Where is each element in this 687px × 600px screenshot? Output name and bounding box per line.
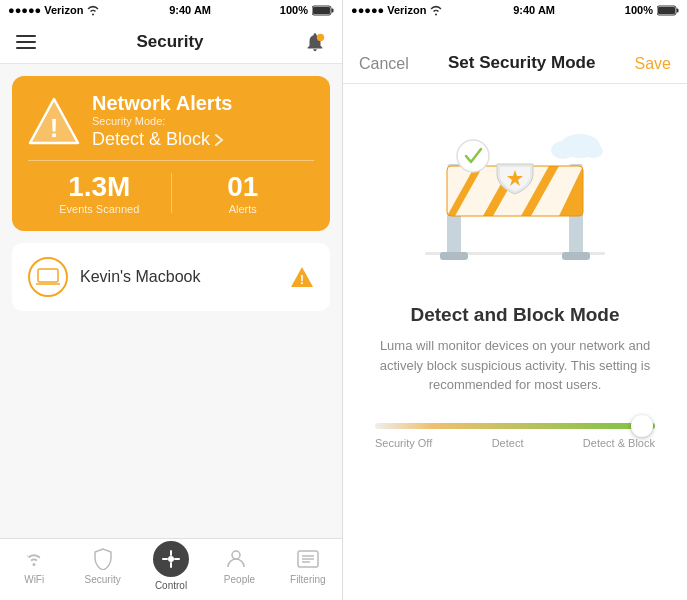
alert-mode-value[interactable]: Detect & Block <box>92 129 232 150</box>
content-area: ! Network Alerts Security Mode: Detect &… <box>0 64 342 538</box>
slider-label-block: Detect & Block <box>583 437 655 449</box>
device-name: Kevin's Macbook <box>80 268 278 286</box>
right-status-right: 100% <box>625 4 679 16</box>
alerts-value: 01 <box>172 171 315 203</box>
left-panel: ●●●●● Verizon 9:40 AM 100% Security <box>0 0 343 600</box>
slider-labels: Security Off Detect Detect & Block <box>375 437 655 449</box>
svg-point-3 <box>317 33 324 40</box>
svg-text:!: ! <box>300 273 304 287</box>
chevron-right-icon <box>214 133 224 147</box>
svg-point-35 <box>457 140 489 172</box>
svg-rect-22 <box>658 7 675 14</box>
events-scanned-label: Events Scanned <box>28 203 171 215</box>
alerts-stat: 01 Alerts <box>172 171 315 215</box>
right-status-bar: ●●●●● Verizon 9:40 AM 100% <box>343 0 687 20</box>
people-tab-icon <box>227 550 251 568</box>
slider-thumb[interactable] <box>631 415 653 437</box>
alert-mode-label: Security Mode: <box>92 115 232 127</box>
security-tab-icon-wrap <box>89 547 117 571</box>
right-status-left: ●●●●● Verizon <box>351 4 443 16</box>
left-nav-bar: Security <box>0 20 342 64</box>
mode-title: Detect and Block Mode <box>410 304 619 326</box>
warning-icon-large: ! <box>28 95 80 147</box>
notification-bell-icon[interactable] <box>304 31 326 53</box>
slider-label-off: Security Off <box>375 437 432 449</box>
alert-stats: 1.3M Events Scanned 01 Alerts <box>28 171 314 215</box>
alert-card-header: ! Network Alerts Security Mode: Detect &… <box>28 92 314 150</box>
left-status-time: 9:40 AM <box>169 4 211 16</box>
right-content: Detect and Block Mode Luma will monitor … <box>343 84 687 600</box>
right-battery-pct: 100% <box>625 4 653 16</box>
alert-divider <box>28 160 314 161</box>
right-panel: ●●●●● Verizon 9:40 AM 100% Cancel Set Se… <box>343 0 687 600</box>
control-tab-icon <box>161 549 181 569</box>
barrier-illustration <box>405 104 625 284</box>
cancel-button[interactable]: Cancel <box>359 55 409 73</box>
alert-text-block: Network Alerts Security Mode: Detect & B… <box>92 92 232 150</box>
slider-track[interactable] <box>375 423 655 429</box>
svg-point-10 <box>168 556 174 562</box>
right-status-time: 9:40 AM <box>513 4 555 16</box>
tab-wifi[interactable]: WiFi <box>0 547 68 585</box>
tab-filtering-label: Filtering <box>290 574 326 585</box>
svg-rect-21 <box>677 8 679 12</box>
tab-people[interactable]: People <box>205 547 273 585</box>
left-status-right: 100% <box>280 4 334 16</box>
page-title: Security <box>136 32 203 52</box>
tab-control[interactable]: Control <box>137 547 205 591</box>
mode-description: Luma will monitor devices on your networ… <box>375 336 655 395</box>
wifi-tab-icon-wrap <box>20 547 48 571</box>
battery-pct: 100% <box>280 4 308 16</box>
tab-bar: WiFi Security Control <box>0 538 342 600</box>
device-warning-icon: ! <box>290 265 314 289</box>
right-wifi-icon <box>429 5 443 16</box>
people-tab-icon-wrap <box>225 547 253 571</box>
svg-point-15 <box>232 551 240 559</box>
svg-rect-1 <box>332 8 334 12</box>
svg-rect-27 <box>562 252 590 260</box>
filtering-tab-icon-wrap <box>294 547 322 571</box>
carrier-name: Verizon <box>44 4 83 16</box>
device-icon-circle <box>28 257 68 297</box>
security-tab-icon <box>93 548 113 570</box>
tab-filtering[interactable]: Filtering <box>274 547 342 585</box>
save-button[interactable]: Save <box>635 55 671 73</box>
right-battery-icon <box>657 5 679 16</box>
wifi-tab-icon <box>23 551 45 567</box>
left-status-bar: ●●●●● Verizon 9:40 AM 100% <box>0 0 342 20</box>
svg-text:!: ! <box>50 113 59 143</box>
svg-rect-2 <box>313 7 330 14</box>
svg-rect-26 <box>440 252 468 260</box>
tab-people-label: People <box>224 574 255 585</box>
right-carrier: Verizon <box>387 4 426 16</box>
laptop-icon <box>36 268 60 286</box>
control-tab-icon-circle <box>153 541 189 577</box>
right-nav-title: Set Security Mode <box>448 53 595 73</box>
signal-dots: ●●●●● <box>8 4 41 16</box>
events-scanned-value: 1.3M <box>28 171 171 203</box>
svg-rect-6 <box>38 269 58 282</box>
slider-container: Security Off Detect Detect & Block <box>367 423 663 449</box>
battery-icon <box>312 5 334 16</box>
right-signal-dots: ●●●●● <box>351 4 384 16</box>
right-nav-bar: Cancel Set Security Mode Save <box>343 20 687 84</box>
alert-title: Network Alerts <box>92 92 232 115</box>
tab-security-label: Security <box>85 574 121 585</box>
svg-point-37 <box>551 141 575 159</box>
menu-button[interactable] <box>16 35 36 49</box>
tab-control-label: Control <box>155 580 187 591</box>
slider-label-detect: Detect <box>492 437 524 449</box>
device-card[interactable]: Kevin's Macbook ! <box>12 243 330 311</box>
left-status-carrier: ●●●●● Verizon <box>8 4 100 16</box>
alert-card: ! Network Alerts Security Mode: Detect &… <box>12 76 330 231</box>
alerts-label: Alerts <box>172 203 315 215</box>
wifi-icon <box>86 5 100 16</box>
events-scanned-stat: 1.3M Events Scanned <box>28 171 171 215</box>
filtering-tab-icon <box>297 550 319 568</box>
tab-security[interactable]: Security <box>68 547 136 585</box>
svg-point-38 <box>583 144 603 158</box>
tab-wifi-label: WiFi <box>24 574 44 585</box>
